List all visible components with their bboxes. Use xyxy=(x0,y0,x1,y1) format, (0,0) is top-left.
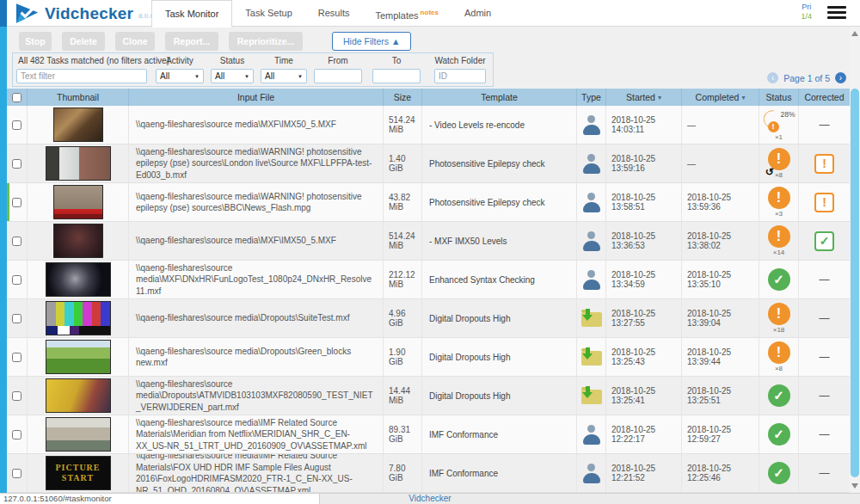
col-completed-sort[interactable]: Completed xyxy=(682,89,759,106)
size-cell: 514.24 MiB xyxy=(384,106,422,144)
input-file-cell: \\qaeng-fileshares\source media\Dropouts… xyxy=(129,338,384,376)
clone-button[interactable]: Clone xyxy=(115,32,155,51)
size-cell: 89.31 GiB xyxy=(384,415,422,453)
type-cell xyxy=(577,299,606,337)
type-cell xyxy=(577,338,606,376)
row-checkbox[interactable] xyxy=(12,120,22,130)
row-checkbox[interactable] xyxy=(12,275,22,285)
row-checkbox-cell[interactable] xyxy=(7,299,28,337)
col-started-sort[interactable]: Started xyxy=(606,89,682,106)
thumbnail-cell xyxy=(28,144,129,182)
pagination: ‹ Page 1 of 5 › xyxy=(767,72,846,83)
template-cell: Digital Dropouts High xyxy=(422,338,577,376)
row-checkbox-cell[interactable] xyxy=(7,183,28,221)
next-page-button[interactable]: › xyxy=(835,72,846,83)
table-row[interactable]: PICTURE START \\qaeng-fileshares\source … xyxy=(7,454,850,493)
select-all-checkbox[interactable] xyxy=(12,93,22,102)
row-checkbox-cell[interactable] xyxy=(7,144,28,182)
row-checkbox[interactable] xyxy=(12,314,22,323)
completed-cell: 2018-10-25 13:39:04 xyxy=(682,299,759,337)
user-submitted-icon xyxy=(583,154,600,174)
size-cell: 4.96 GiB xyxy=(384,299,422,337)
tab-task-setup[interactable]: Task Setup xyxy=(232,0,304,27)
row-checkbox[interactable] xyxy=(12,391,22,401)
watch-folder-filter-input[interactable] xyxy=(434,69,486,83)
col-type: Type xyxy=(577,89,606,106)
row-checkbox[interactable] xyxy=(12,237,22,246)
table-row[interactable]: \\qaeng-fileshares\source media\Dropouts… xyxy=(7,377,850,415)
corrected-cell: — xyxy=(799,377,850,415)
tab-admin[interactable]: Admin xyxy=(452,0,504,27)
vertical-scrollbar[interactable] xyxy=(850,27,860,493)
scrollbar-thumb[interactable] xyxy=(851,89,859,477)
row-checkbox[interactable] xyxy=(12,430,22,439)
input-file-path: \\qaeng-fileshares\source media\Dropouts… xyxy=(136,378,376,414)
row-checkbox[interactable] xyxy=(12,469,22,478)
col-corrected: Corrected xyxy=(799,89,850,106)
row-checkbox-cell[interactable] xyxy=(7,338,28,376)
table-row[interactable]: \\qaeng-fileshares\source media\WARNING!… xyxy=(7,183,850,222)
type-cell xyxy=(577,261,606,298)
started-cell: 2018-10-25 13:27:55 xyxy=(606,299,682,337)
from-filter-input[interactable] xyxy=(314,69,362,83)
row-checkbox-cell[interactable] xyxy=(7,261,28,298)
activity-filter-select[interactable]: All▼ xyxy=(156,69,204,83)
reprioritize-button[interactable]: Reprioritize... xyxy=(229,32,303,51)
watch-folder-icon xyxy=(581,390,602,404)
menu-icon[interactable] xyxy=(827,6,846,22)
video-thumbnail xyxy=(53,108,103,142)
status-ok-icon xyxy=(768,384,790,407)
hide-filters-button[interactable]: Hide Filters ▲ xyxy=(332,32,411,51)
tab-results[interactable]: Results xyxy=(305,0,363,27)
table-row[interactable]: \\qaeng-fileshares\source media\MXF\DNxH… xyxy=(7,261,850,299)
tab-task-monitor[interactable]: Task Monitor xyxy=(151,0,232,28)
to-filter-input[interactable] xyxy=(372,69,421,83)
row-checkbox-cell[interactable] xyxy=(7,377,28,415)
input-file-path: \\qaeng-fileshares\source media\MXF\IMX5… xyxy=(136,235,336,247)
status-ok-icon xyxy=(768,462,790,484)
status-warning-icon xyxy=(768,187,790,209)
row-checkbox[interactable] xyxy=(12,159,22,169)
task-table: Thumbnail Input File Size Template Type … xyxy=(7,89,850,493)
table-row[interactable]: \\qaeng-fileshares\source media\Dropouts… xyxy=(7,299,850,338)
table-row[interactable]: \\qaeng-fileshares\source media\Dropouts… xyxy=(7,338,850,377)
video-thumbnail xyxy=(46,262,111,297)
scroll-down-icon[interactable] xyxy=(851,483,858,489)
row-checkbox[interactable] xyxy=(12,353,22,362)
priority-label: Pri xyxy=(801,3,812,12)
app-logo[interactable]: Vidchecker 8.0.0 xyxy=(15,3,154,24)
row-checkbox-cell[interactable] xyxy=(7,415,28,453)
table-row[interactable]: \\qaeng-fileshares\source media\MXF\IMX5… xyxy=(7,106,850,144)
delete-button[interactable]: Delete xyxy=(62,32,105,51)
stop-button[interactable]: Stop xyxy=(19,32,52,51)
browser-status-url: 127.0.0.1:51060/#taskmonitor xyxy=(0,493,320,504)
time-filter-select[interactable]: All▼ xyxy=(261,69,307,83)
table-row[interactable]: \\qaeng-fileshares\source media\MXF\IMX5… xyxy=(7,222,850,261)
processing-spinner-icon: ↻ xyxy=(765,167,774,177)
col-status: Status xyxy=(759,89,799,106)
template-cell: Digital Dropouts High xyxy=(422,377,577,415)
type-cell xyxy=(577,454,606,492)
status-cell: 28% ↻ ×1 xyxy=(759,106,799,144)
status-in-progress-icon: 28% xyxy=(762,109,796,132)
select-all-checkbox-cell[interactable] xyxy=(7,89,28,106)
status-cell: ↻ xyxy=(759,415,799,453)
table-row[interactable]: \\qaeng-fileshares\source media\IMF Rela… xyxy=(7,415,850,454)
prev-page-button[interactable]: ‹ xyxy=(767,72,778,83)
row-checkbox-cell[interactable] xyxy=(7,222,28,260)
thumbnail-cell xyxy=(28,222,129,260)
status-filter-select[interactable]: All▼ xyxy=(211,69,254,83)
row-checkbox-cell[interactable] xyxy=(7,106,28,144)
task-toolbar: Stop Delete Clone Report... Reprioritize… xyxy=(19,32,411,51)
tab-templates[interactable]: Templatesnotes xyxy=(362,0,451,27)
user-submitted-icon xyxy=(583,425,600,445)
col-template: Template xyxy=(422,89,577,106)
table-row[interactable]: \\qaeng-fileshares\source media\WARNING!… xyxy=(7,144,850,183)
priority-value: 1/4 xyxy=(801,12,812,22)
scroll-up-icon[interactable] xyxy=(851,31,858,36)
input-file-cell: \\qaeng-fileshares\source media\WARNING!… xyxy=(129,144,384,182)
report-button[interactable]: Report... xyxy=(165,32,218,51)
row-checkbox-cell[interactable] xyxy=(7,454,28,492)
row-checkbox[interactable] xyxy=(12,198,22,207)
text-filter-input[interactable] xyxy=(16,69,147,83)
